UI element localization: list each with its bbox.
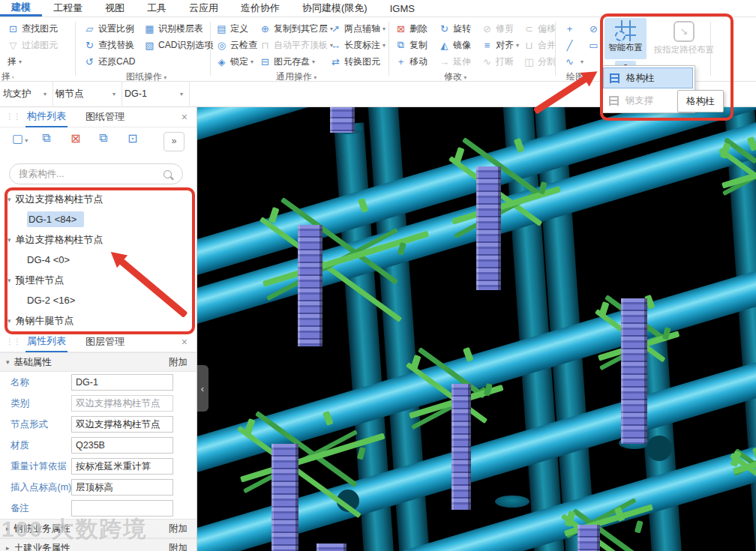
ribbon-button-定义[interactable]: ▤定义	[216, 21, 248, 36]
property-input-3[interactable]: Q235B	[71, 437, 173, 454]
group-label-0[interactable]: 择 ▾	[2, 70, 14, 83]
ribbon-button-还原CAD[interactable]: ↺还原CAD	[84, 54, 135, 69]
smart-layout-button[interactable]: 智能布置	[604, 18, 646, 59]
dropdown-item-格构柱[interactable]: 格构柱	[603, 67, 693, 88]
combo-2[interactable]: DG-1▾	[122, 82, 190, 106]
group-label-1[interactable]: 图纸操作 ▾	[126, 70, 166, 83]
attach-button[interactable]: 附加	[169, 523, 188, 535]
menu-tab-4[interactable]: 云应用	[178, 0, 230, 16]
viewport-3d[interactable]: ‹	[196, 107, 756, 551]
combo-0[interactable]: 坑支护▾	[0, 82, 53, 106]
ribbon-button-修剪[interactable]: ⊘修剪	[482, 21, 514, 36]
new-component-icon[interactable]: ▢▾	[12, 131, 28, 145]
tree-group-3[interactable]: ▾角钢牛腿节点	[0, 310, 194, 331]
collapse-panel-tab[interactable]: ‹	[196, 365, 208, 412]
ribbon-button-图元存盘[interactable]: ⊟图元存盘▾	[260, 54, 315, 69]
property-input-4[interactable]: 按标准延米重计算	[71, 458, 173, 475]
menu-tab-6[interactable]: 协同建模(限免)	[291, 0, 379, 16]
ribbon-button-查找图元[interactable]: ⊡查找图元	[8, 21, 58, 36]
property-input-1[interactable]: 双边支撑格构柱节点	[71, 395, 173, 412]
menu-tab-1[interactable]: 工程量	[42, 0, 94, 16]
ribbon-button-偏移[interactable]: ⊂偏移	[524, 21, 556, 36]
property-input-0[interactable]: DG-1	[71, 374, 173, 391]
menu-tab-0[interactable]: 建模	[0, 0, 42, 16]
pipe-cap	[495, 496, 530, 508]
ribbon-button-label: 复制	[410, 39, 428, 52]
ribbon-button-复制到其它层[interactable]: ⊕复制到其它层▾	[260, 21, 333, 36]
ribbon-button-分割[interactable]: ◫分割	[524, 54, 556, 69]
ribbon-button-对齐[interactable]: ≡对齐▾	[482, 37, 519, 52]
ribbon-button-择[interactable]: 择▾	[8, 54, 24, 69]
search-input[interactable]: 搜索构件...	[9, 163, 183, 184]
ribbon-button-延伸[interactable]: →延伸	[439, 54, 471, 69]
menu-tab-7[interactable]: IGMS	[379, 0, 426, 16]
restore-icon: ↺	[84, 56, 95, 67]
watermark: 100 大数跨境	[2, 514, 147, 545]
ribbon-button-line[interactable]: ╱	[564, 37, 578, 52]
ribbon-button-label: 锁定	[230, 55, 248, 68]
ribbon-button-curve[interactable]: ∿▾	[564, 54, 584, 69]
drag-handle-icon[interactable]: ⋮⋮	[6, 338, 21, 346]
ribbon-button-打断[interactable]: ∿打断	[482, 54, 514, 69]
group-label-2[interactable]: 通用操作 ▾	[276, 70, 316, 83]
ribbon-button-旋转[interactable]: ↻旋转	[439, 21, 471, 36]
property-label: 类别	[10, 397, 29, 410]
ribbon-button-转换图元[interactable]: ⇄转换图元	[330, 54, 380, 69]
tree-group-0[interactable]: ▾双边支撑格构柱节点	[0, 189, 194, 209]
duplicate-component-icon[interactable]: ⧉	[99, 131, 107, 145]
menu-tab-2[interactable]: 视图	[94, 0, 136, 16]
ribbon-button-镜像[interactable]: ◭镜像	[439, 37, 471, 52]
ribbon-button-锁定[interactable]: ◈锁定▾	[216, 54, 254, 69]
layout-by-path-button[interactable]: ↘ 按指定路径布置	[648, 18, 720, 59]
menu-tab-5[interactable]: 造价协作	[230, 0, 291, 16]
ribbon-button-合并[interactable]: ⊔合并	[524, 37, 556, 52]
copy-component-icon[interactable]: ⧉	[42, 131, 50, 145]
section-base-properties[interactable]: ▾ 基础属性 附加	[0, 352, 196, 372]
tree-group-2[interactable]: ▾预埋件节点	[0, 270, 194, 290]
expand-toolbar-button[interactable]: »	[164, 132, 184, 151]
ribbon-button-CAD识别选项[interactable]: ▧CAD识别选项	[144, 37, 213, 52]
menu-tab-3[interactable]: 工具	[136, 0, 178, 16]
group-label-3[interactable]: 修改 ▾	[444, 70, 466, 83]
tree-item-0-0[interactable]: DG-1 <84>	[0, 209, 194, 229]
tree-group-label: 双边支撑格构柱节点	[16, 193, 104, 206]
ribbon-button-复制[interactable]: ⧉复制	[395, 37, 428, 52]
lattice-column-icon	[610, 73, 620, 83]
tab-drawing-management[interactable]: 图纸管理	[84, 107, 126, 127]
ribbon-button-设置比例[interactable]: ▱设置比例	[84, 21, 134, 36]
ribbon-button-circle[interactable]: ⊘	[588, 21, 602, 36]
tree-group-1[interactable]: ▾单边支撑格构柱节点	[0, 229, 194, 250]
tab-property-list[interactable]: 属性列表	[26, 331, 68, 352]
delete-component-icon[interactable]: ⊠	[70, 131, 80, 145]
ribbon-button-云检查[interactable]: ◎云检查	[216, 37, 257, 52]
ribbon-button-过滤图元[interactable]: ▽过滤图元	[8, 37, 58, 52]
ribbon-button-label: 对齐	[496, 39, 514, 52]
property-input-5[interactable]: 层顶标高	[71, 479, 173, 496]
move-icon: +	[395, 56, 406, 67]
ribbon-button-删除[interactable]: ⊠删除	[395, 21, 428, 36]
close-icon[interactable]: ×	[182, 336, 188, 348]
attach-button[interactable]: 附加	[169, 542, 188, 551]
attach-button[interactable]: 附加	[169, 356, 188, 369]
ribbon-button-查找替换[interactable]: ↻查找替换	[84, 37, 134, 52]
lattice-column	[298, 225, 322, 346]
ribbon-button-识别楼层表[interactable]: ▦识别楼层表	[144, 21, 203, 36]
tab-component-list[interactable]: 构件列表	[26, 106, 68, 127]
ribbon-button-自动平齐顶板[interactable]: ⊓自动平齐顶板▾	[260, 37, 333, 52]
ribbon-button-移动[interactable]: +移动	[395, 54, 428, 69]
drag-handle-icon[interactable]: ⋮⋮	[6, 113, 21, 121]
ribbon-button-cross[interactable]: +	[564, 21, 578, 36]
close-icon[interactable]: ×	[182, 111, 188, 123]
store-component-icon[interactable]: ⊡	[128, 131, 137, 145]
property-input-2[interactable]: 双边支撑格构柱节点	[71, 416, 173, 433]
tree-item-1-0[interactable]: DG-4 <0>	[0, 250, 194, 270]
chevron-down-icon: ▾	[25, 137, 28, 144]
combo-1[interactable]: 钢节点▾	[52, 82, 122, 106]
tab-layer-management[interactable]: 图层管理	[84, 332, 126, 352]
chevron-down-icon: ▾	[6, 358, 10, 366]
ribbon-button-rect[interactable]: ▭	[588, 37, 602, 52]
ribbon-button-长度标注[interactable]: ↔长度标注▾	[330, 37, 386, 52]
dropdown-item-label: 钢支撑	[626, 94, 654, 107]
ribbon-button-两点辅轴[interactable]: ↗两点辅轴▾	[330, 21, 386, 36]
chevron-down-icon: ▾	[8, 317, 11, 325]
